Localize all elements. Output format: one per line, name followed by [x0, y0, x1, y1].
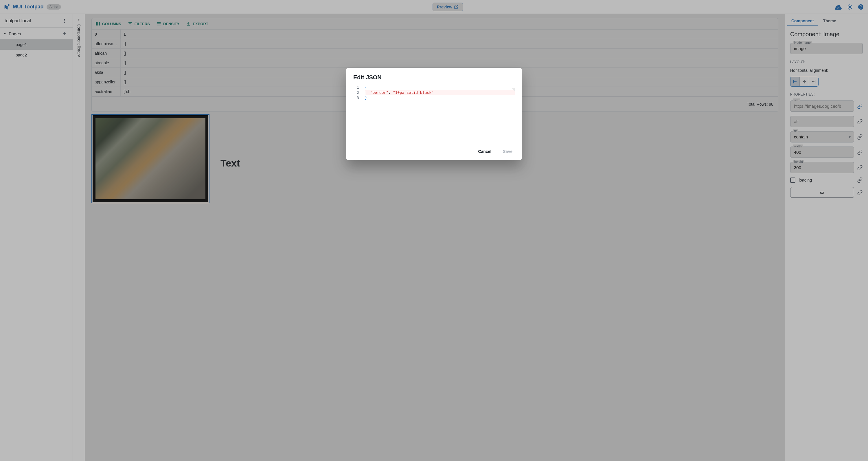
dialog-title: Edit JSON	[353, 74, 515, 81]
code-line-1: {	[365, 85, 367, 89]
json-editor[interactable]: 123 { "border": "10px solid black" }	[353, 85, 515, 143]
save-button[interactable]: Save	[500, 147, 515, 155]
modal-overlay[interactable]: Edit JSON 123 { "border": "10px solid bl…	[0, 0, 868, 461]
code-key: "border"	[370, 90, 389, 95]
code-line-3: }	[365, 95, 367, 100]
edit-json-dialog: Edit JSON 123 { "border": "10px solid bl…	[346, 68, 522, 160]
code-sep: :	[388, 90, 393, 95]
code-val: "10px solid black"	[393, 90, 434, 95]
cancel-button[interactable]: Cancel	[476, 147, 494, 155]
fold-marker	[511, 88, 515, 91]
editor-gutter: 123	[353, 85, 365, 143]
editor-code[interactable]: { "border": "10px solid black" }	[365, 85, 515, 143]
